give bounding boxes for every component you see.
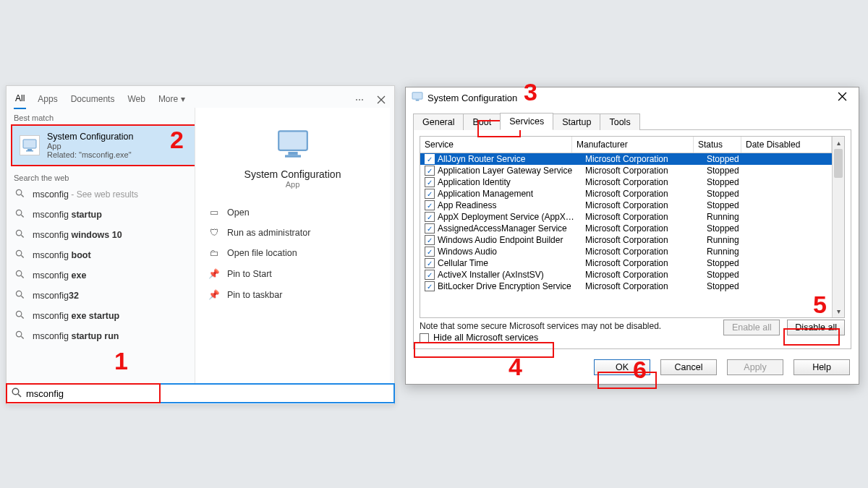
service-row[interactable]: ✓AssignedAccessManager ServiceMicrosoft … — [420, 223, 832, 234]
cell-manufacturer: Microsoft Corporation — [585, 200, 707, 210]
action-open-location[interactable]: 🗀Open file location — [205, 243, 380, 263]
service-row[interactable]: ✓BitLocker Drive Encryption ServiceMicro… — [420, 281, 832, 292]
apply-button[interactable]: Apply — [727, 359, 783, 375]
svg-rect-25 — [416, 100, 420, 101]
preview-actions: ▭Open 🛡Run as administrator 🗀Open file l… — [195, 202, 390, 305]
service-row[interactable]: ✓ActiveX Installer (AxInstSV)Microsoft C… — [420, 269, 832, 281]
col-date-disabled[interactable]: Date Disabled — [741, 137, 832, 153]
service-row[interactable]: ✓Application IdentityMicrosoft Corporati… — [420, 176, 832, 188]
svg-line-10 — [21, 255, 23, 257]
svg-point-5 — [16, 210, 21, 215]
vertical-scrollbar[interactable]: ▴ ▾ — [832, 137, 844, 317]
disable-all-button[interactable]: Disable all — [787, 320, 845, 335]
pin-icon: 📌 — [208, 268, 220, 279]
scroll-down-icon[interactable]: ▾ — [833, 305, 844, 317]
enable-all-button[interactable]: Enable all — [723, 320, 780, 335]
action-run-admin[interactable]: 🛡Run as administrator — [205, 223, 380, 243]
svg-line-18 — [21, 336, 23, 338]
search-tab-web[interactable]: Web — [126, 91, 146, 108]
checkbox-icon[interactable]: ✓ — [425, 258, 435, 268]
cell-service: ActiveX Installer (AxInstSV) — [438, 270, 585, 280]
service-row[interactable]: ✓AppX Deployment Service (AppX…Microsoft… — [420, 211, 832, 223]
search-tab-apps[interactable]: Apps — [36, 91, 59, 108]
service-row[interactable]: ✓Windows Audio Endpoint BuilderMicrosoft… — [420, 234, 832, 246]
close-icon[interactable] — [375, 94, 387, 106]
checkbox-icon[interactable]: ✓ — [425, 270, 435, 280]
service-row[interactable]: ✓AllJoyn Router ServiceMicrosoft Corpora… — [420, 153, 832, 165]
cell-manufacturer: Microsoft Corporation — [585, 189, 707, 199]
action-pin-taskbar[interactable]: 📌Pin to taskbar — [205, 284, 380, 305]
tab-services[interactable]: Services — [500, 113, 553, 130]
col-service[interactable]: Service — [420, 137, 572, 153]
checkbox-icon[interactable]: ✓ — [425, 154, 435, 164]
cell-manufacturer: Microsoft Corporation — [585, 247, 707, 257]
service-row[interactable]: ✓Windows AudioMicrosoft CorporationRunni… — [420, 246, 832, 257]
cell-manufacturer: Microsoft Corporation — [585, 154, 707, 164]
grid-header[interactable]: Service Manufacturer Status Date Disable… — [420, 137, 832, 153]
checkbox-icon[interactable]: ✓ — [425, 235, 435, 245]
cell-status: Running — [707, 247, 754, 257]
col-manufacturer[interactable]: Manufacturer — [572, 137, 694, 153]
result-preview-pane: System Configuration App ▭Open 🛡Run as a… — [195, 108, 390, 400]
cell-status: Stopped — [707, 200, 754, 210]
tab-general[interactable]: General — [413, 114, 464, 130]
cell-manufacturer: Microsoft Corporation — [585, 177, 707, 187]
action-pin-start[interactable]: 📌Pin to Start — [205, 263, 380, 284]
preview-title: System Configuration — [195, 168, 390, 180]
close-icon[interactable] — [831, 92, 853, 103]
cell-manufacturer: Microsoft Corporation — [585, 258, 707, 268]
svg-line-8 — [21, 235, 23, 237]
folder-icon: 🗀 — [208, 248, 220, 258]
annotation-box — [6, 383, 161, 403]
search-tab-all[interactable]: All — [14, 90, 26, 109]
checkbox-icon[interactable] — [420, 333, 429, 343]
col-status[interactable]: Status — [694, 137, 741, 153]
tab-boot[interactable]: Boot — [463, 114, 501, 130]
search-tab-more[interactable]: More ▾ — [157, 91, 187, 108]
scroll-thumb[interactable] — [834, 149, 843, 178]
svg-line-12 — [21, 275, 23, 278]
cell-service: Cellular Time — [438, 258, 585, 268]
checkbox-icon[interactable]: ✓ — [425, 189, 435, 199]
service-row[interactable]: ✓App ReadinessMicrosoft CorporationStopp… — [420, 200, 832, 211]
hide-ms-services-checkbox[interactable]: Hide all Microsoft services — [420, 333, 723, 343]
service-row[interactable]: ✓Application Layer Gateway ServiceMicros… — [420, 165, 832, 176]
dialog-title: System Configuration — [427, 93, 831, 103]
cell-manufacturer: Microsoft Corporation — [585, 166, 707, 176]
search-icon — [15, 209, 25, 221]
cell-service: Application Management — [438, 189, 585, 199]
search-tabs: All Apps Documents Web More ▾ ⋯ — [7, 86, 394, 109]
services-tab-page: Service Manufacturer Status Date Disable… — [413, 129, 851, 349]
checkbox-icon[interactable]: ✓ — [425, 212, 435, 222]
checkbox-icon[interactable]: ✓ — [425, 247, 435, 257]
ok-button[interactable]: OK — [594, 359, 650, 375]
monitor-icon — [20, 135, 40, 155]
best-match-title: System Configuration — [47, 132, 134, 142]
checkbox-icon[interactable]: ✓ — [425, 281, 435, 291]
cell-status: Stopped — [707, 281, 754, 291]
svg-line-4 — [21, 194, 23, 197]
cancel-button[interactable]: Cancel — [660, 359, 717, 375]
svg-line-6 — [21, 215, 23, 217]
search-icon — [15, 270, 25, 281]
pin-icon: 📌 — [208, 289, 220, 300]
checkbox-icon[interactable]: ✓ — [425, 223, 435, 234]
service-row[interactable]: ✓Cellular TimeMicrosoft CorporationStopp… — [420, 257, 832, 269]
action-open[interactable]: ▭Open — [205, 202, 380, 223]
search-icon — [15, 330, 25, 342]
checkbox-icon[interactable]: ✓ — [425, 200, 435, 210]
checkbox-icon[interactable]: ✓ — [425, 166, 435, 176]
tab-tools[interactable]: Tools — [600, 114, 639, 130]
tab-startup[interactable]: Startup — [553, 114, 600, 130]
checkbox-icon[interactable]: ✓ — [425, 177, 435, 187]
cell-status: Stopped — [707, 154, 754, 164]
service-row[interactable]: ✓Application ManagementMicrosoft Corpora… — [420, 188, 832, 200]
cell-service: AllJoyn Router Service — [438, 154, 585, 164]
cell-service: AssignedAccessManager Service — [438, 223, 585, 234]
kebab-icon[interactable]: ⋯ — [354, 94, 365, 106]
scroll-up-icon[interactable]: ▴ — [833, 137, 844, 149]
help-button[interactable]: Help — [793, 359, 850, 375]
dialog-titlebar[interactable]: System Configuration — [406, 87, 859, 108]
cell-service: AppX Deployment Service (AppX… — [438, 212, 585, 222]
search-tab-documents[interactable]: Documents — [69, 91, 116, 108]
